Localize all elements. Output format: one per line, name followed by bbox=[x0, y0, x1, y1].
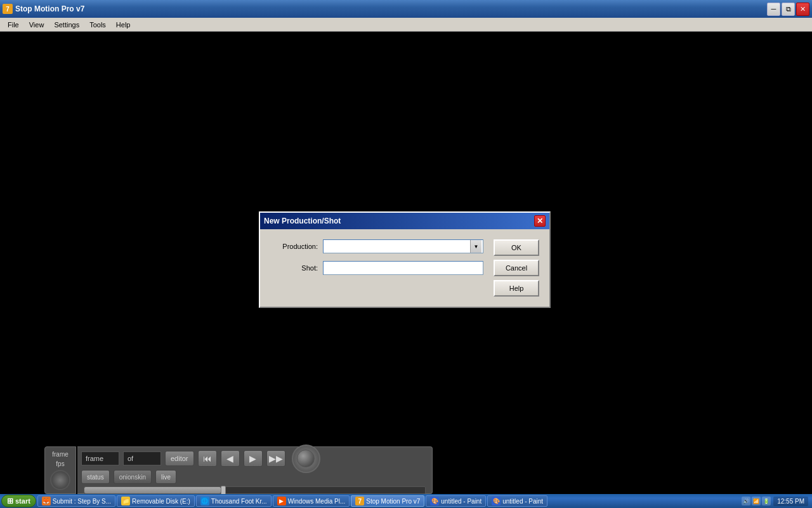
taskbar-icon-untitled2: 🎨 bbox=[492, 497, 501, 505]
taskbar-item-thousandfoot[interactable]: 🌐 Thousand Foot Kr... bbox=[196, 495, 272, 507]
tray-icons: 🔊 📶 🔋 bbox=[742, 497, 771, 505]
shot-label: Shot: bbox=[270, 264, 318, 272]
taskbar-icon-removable: 📁 bbox=[121, 497, 130, 505]
dialog-buttons: OK Cancel Help bbox=[494, 239, 539, 297]
taskbar-item-untitled1[interactable]: 🎨 untitled - Paint bbox=[426, 495, 486, 507]
dialog-title: New Production/Shot bbox=[264, 217, 532, 225]
taskbar-item-untitled2[interactable]: 🎨 untitled - Paint bbox=[487, 495, 547, 507]
shot-row: Shot: bbox=[270, 261, 483, 275]
dialog-overlay: New Production/Shot ✕ Production: ▼ Shot… bbox=[0, 0, 812, 508]
production-label: Production: bbox=[270, 243, 318, 250]
dialog-title-bar: New Production/Shot ✕ bbox=[260, 213, 549, 229]
taskbar-icon-stopmotion: 7 bbox=[355, 497, 364, 505]
dialog-body: Production: ▼ Shot: OK Cancel Help bbox=[260, 229, 549, 307]
taskbar: ⊞ start 🦊 Submit : Step By S... 📁 Remova… bbox=[0, 494, 812, 508]
new-production-dialog: New Production/Shot ✕ Production: ▼ Shot… bbox=[259, 211, 551, 308]
cancel-button[interactable]: Cancel bbox=[494, 260, 539, 276]
tray-icon-1: 🔊 bbox=[742, 497, 750, 505]
tray-icon-2: 📶 bbox=[752, 497, 761, 505]
start-button[interactable]: ⊞ start bbox=[1, 495, 36, 507]
shot-input[interactable] bbox=[323, 261, 483, 275]
taskbar-icon-untitled1: 🎨 bbox=[430, 497, 439, 505]
clock: 12:55 PM bbox=[773, 497, 808, 506]
windows-logo-icon: ⊞ bbox=[7, 497, 13, 505]
taskbar-item-submit[interactable]: 🦊 Submit : Step By S... bbox=[37, 495, 115, 507]
dialog-form: Production: ▼ Shot: bbox=[270, 239, 483, 297]
taskbar-item-removable[interactable]: 📁 Removable Disk (E:) bbox=[117, 495, 195, 507]
production-row: Production: ▼ bbox=[270, 239, 483, 253]
taskbar-item-mediaplayer[interactable]: ▶ Windows Media Pl... bbox=[273, 495, 350, 507]
help-button[interactable]: Help bbox=[494, 280, 539, 297]
taskbar-icon-thousandfoot: 🌐 bbox=[200, 497, 209, 505]
production-select[interactable]: ▼ bbox=[323, 239, 483, 253]
taskbar-item-stopmotion[interactable]: 7 Stop Motion Pro v7 bbox=[351, 495, 424, 507]
tray-icon-3: 🔋 bbox=[762, 497, 771, 505]
select-arrow-icon: ▼ bbox=[470, 240, 481, 253]
taskbar-icon-submit: 🦊 bbox=[42, 497, 51, 505]
dialog-close-button[interactable]: ✕ bbox=[534, 215, 546, 227]
ok-button[interactable]: OK bbox=[494, 239, 539, 256]
taskbar-icon-mediaplayer: ▶ bbox=[277, 497, 286, 505]
taskbar-right: 🔊 📶 🔋 12:55 PM bbox=[742, 497, 811, 506]
